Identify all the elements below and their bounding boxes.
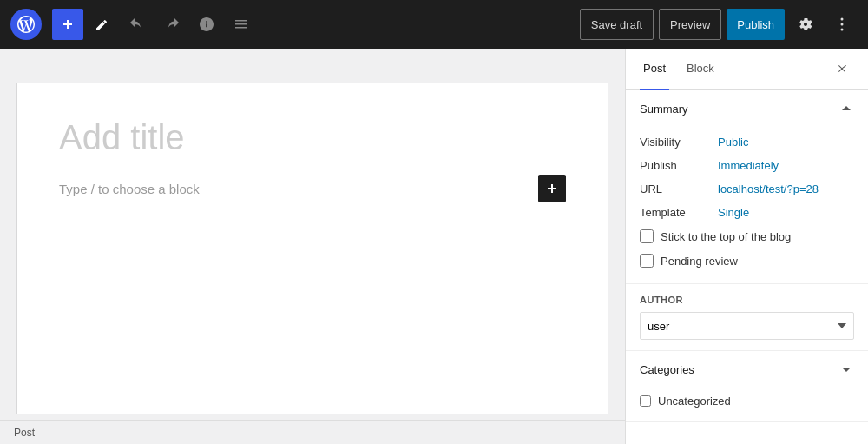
url-label: URL [640,182,718,195]
svg-point-1 [841,23,844,26]
toolbar: Save draft Preview Publish [0,0,868,49]
summary-title: Summary [640,103,688,116]
info-icon [199,17,214,32]
sidebar: Post Block Summary Visibility [625,49,868,444]
add-block-inline-button[interactable] [538,175,566,202]
sidebar-close-button[interactable] [830,57,854,82]
summary-section: Summary Visibility Public Publish Immedi… [626,90,868,284]
undo-button[interactable] [122,9,153,40]
main-layout: Add title Type / to choose a block Post … [0,49,868,444]
uncategorized-label: Uncategorized [658,394,731,408]
save-draft-button[interactable]: Save draft [580,9,654,40]
sidebar-header: Post Block [626,49,868,90]
publish-row: Publish Immediately [640,154,854,177]
pending-checkbox-row: Pending review [640,249,854,273]
categories-content: Uncategorized [626,388,868,421]
visibility-value[interactable]: Public [718,136,748,149]
category-row: Uncategorized [640,391,854,411]
sidebar-tabs: Post Block [640,49,830,90]
editor-status-bar: Post [0,420,625,444]
post-title[interactable]: Add title [59,118,566,157]
wp-logo [10,9,42,40]
summary-collapse-icon [838,101,854,116]
publish-value[interactable]: Immediately [718,159,779,172]
summary-content: Visibility Public Publish Immediately UR… [626,127,868,283]
tab-post[interactable]: Post [640,49,669,90]
undo-icon [129,17,145,32]
template-row: Template Single [640,201,854,224]
stick-label: Stick to the top of the blog [661,230,791,243]
list-view-icon [233,17,249,32]
sidebar-scroll[interactable]: Summary Visibility Public Publish Immedi… [626,90,868,444]
author-section: AUTHOR user [626,284,868,351]
author-label: AUTHOR [640,295,854,305]
template-label: Template [640,206,718,219]
author-select[interactable]: user [640,312,854,340]
svg-point-0 [841,18,844,21]
editor-body-area: Type / to choose a block [59,175,566,202]
editor-content: Add title Type / to choose a block [17,83,608,414]
close-icon [834,62,850,77]
plus-inline-icon [545,182,559,195]
visibility-row: Visibility Public [640,130,854,154]
publish-button[interactable]: Publish [727,9,785,40]
info-button[interactable] [191,9,222,40]
editor-body-placeholder[interactable]: Type / to choose a block [59,182,528,196]
pen-button[interactable] [87,9,118,40]
more-options-icon [834,17,850,32]
add-block-toolbar-button[interactable] [52,9,83,40]
pen-icon [95,17,110,32]
svg-point-2 [841,29,844,31]
categories-section-header[interactable]: Categories [626,351,868,388]
publish-label: Publish [640,159,718,172]
categories-collapse-icon [838,361,854,377]
stick-checkbox[interactable] [640,229,654,243]
visibility-label: Visibility [640,136,718,149]
url-row: URL localhost/test/?p=28 [640,177,854,201]
tab-block[interactable]: Block [683,49,718,90]
pending-label: Pending review [661,255,738,268]
url-value[interactable]: localhost/test/?p=28 [718,182,819,195]
settings-button[interactable] [790,9,821,40]
editor-area: Add title Type / to choose a block Post [0,49,625,444]
list-view-button[interactable] [226,9,257,40]
categories-title: Categories [640,363,694,376]
pending-checkbox[interactable] [640,254,654,268]
more-options-button[interactable] [826,9,858,40]
stick-checkbox-row: Stick to the top of the blog [640,224,854,249]
redo-icon [164,17,180,32]
plus-icon [60,17,76,32]
redo-button[interactable] [156,9,187,40]
uncategorized-checkbox[interactable] [640,395,651,407]
summary-section-header[interactable]: Summary [626,90,868,127]
wp-logo-icon [17,16,35,33]
editor-canvas[interactable]: Add title Type / to choose a block [0,49,625,420]
template-value[interactable]: Single [718,206,749,219]
settings-icon [798,17,813,32]
preview-button[interactable]: Preview [659,9,721,40]
editor-status-text: Post [14,427,35,439]
categories-section: Categories Uncategorized [626,351,868,422]
